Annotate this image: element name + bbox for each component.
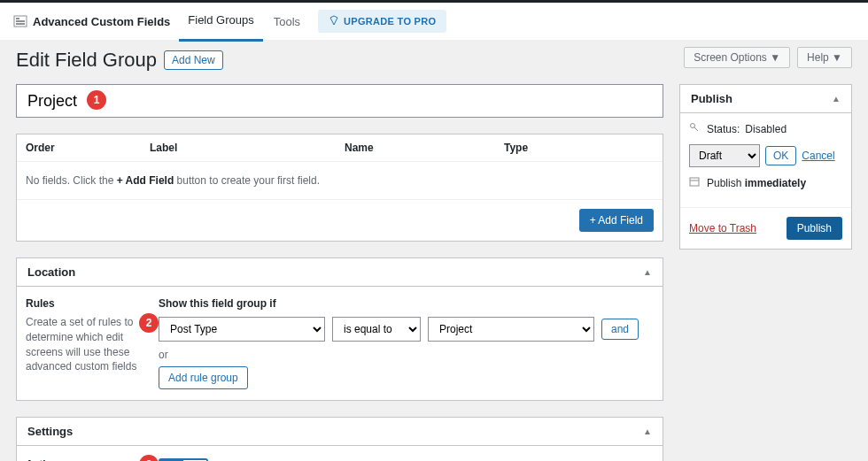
move-to-trash-link[interactable]: Move to Trash <box>689 222 756 234</box>
publish-date-label: Publish immediately <box>707 177 806 189</box>
settings-box: Settings ▲ Active 3 Yes Show in REST API <box>16 417 663 461</box>
svg-line-5 <box>694 127 699 132</box>
top-nav: Advanced Custom Fields Field Groups Tool… <box>0 0 868 40</box>
no-fields-message: No fields. Click the + Add Field button … <box>17 162 663 200</box>
annotation-1: 1 <box>87 90 106 110</box>
ok-button[interactable]: OK <box>765 146 796 165</box>
col-header-order: Order <box>26 142 150 154</box>
location-box: Location ▲ Rules Create a set of rules t… <box>16 257 663 401</box>
annotation-2: 2 <box>139 313 159 333</box>
add-new-button[interactable]: Add New <box>164 50 223 70</box>
location-title: Location <box>27 265 75 279</box>
location-toggle-icon[interactable]: ▲ <box>643 267 652 277</box>
rule-value-select[interactable]: Project <box>428 317 594 342</box>
svg-rect-6 <box>690 178 699 186</box>
publish-button[interactable]: Publish <box>787 217 842 240</box>
rules-description: Create a set of rules to determine which… <box>26 315 141 374</box>
publish-toggle-icon[interactable]: ▲ <box>832 94 841 104</box>
fields-box: Order Label Name Type No fields. Click t… <box>16 134 663 242</box>
rule-param-select[interactable]: Post Type <box>159 317 325 342</box>
upgrade-button[interactable]: UPGRADE TO PRO <box>318 10 446 33</box>
upgrade-label: UPGRADE TO PRO <box>344 16 436 27</box>
status-value: Disabled <box>745 123 787 135</box>
page-title: Edit Field Group <box>16 49 157 72</box>
help-button[interactable]: Help ▼ <box>797 47 852 68</box>
settings-toggle-icon[interactable]: ▲ <box>643 426 652 436</box>
diamond-icon <box>329 15 339 27</box>
screen-options-button[interactable]: Screen Options ▼ <box>684 47 790 68</box>
nav-tools[interactable]: Tools <box>265 2 309 42</box>
col-header-type: Type <box>504 142 654 154</box>
and-button[interactable]: and <box>601 319 639 340</box>
status-select[interactable]: Draft <box>689 144 760 167</box>
add-field-button[interactable]: + Add Field <box>579 209 654 232</box>
status-label: Status: <box>707 123 740 135</box>
calendar-icon <box>689 176 701 189</box>
brand-text: Advanced Custom Fields <box>33 15 170 28</box>
show-if-label: Show this field group if <box>159 297 654 310</box>
top-actions: Screen Options ▼ Help ▼ <box>684 47 852 68</box>
settings-title: Settings <box>27 425 73 438</box>
add-rule-group-button[interactable]: Add rule group <box>159 366 248 389</box>
group-title-input[interactable] <box>16 84 663 118</box>
svg-rect-3 <box>16 23 25 25</box>
acf-logo-icon <box>13 14 27 28</box>
key-icon <box>689 122 701 135</box>
svg-rect-1 <box>16 18 19 19</box>
col-header-name: Name <box>345 142 504 154</box>
or-label: or <box>159 349 654 361</box>
publish-box: Publish ▲ Status: Disabled Draft OK Ca <box>679 84 852 250</box>
rules-heading: Rules <box>26 297 141 310</box>
rule-operator-select[interactable]: is equal to <box>332 317 421 342</box>
publish-title: Publish <box>691 92 732 105</box>
brand: Advanced Custom Fields <box>13 14 170 28</box>
svg-rect-2 <box>16 20 25 22</box>
active-label: Active <box>17 446 150 461</box>
nav-field-groups[interactable]: Field Groups <box>179 2 262 42</box>
col-header-label: Label <box>150 142 345 154</box>
cancel-link[interactable]: Cancel <box>802 150 834 162</box>
